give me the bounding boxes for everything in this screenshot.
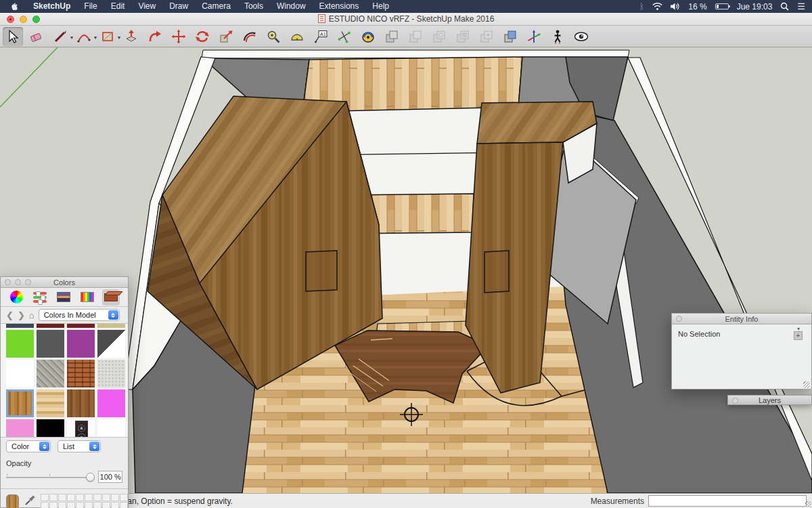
follow-me-tool[interactable]	[145, 27, 165, 46]
dropdown-caret-icon[interactable]: ▾	[70, 35, 73, 41]
recent-color-cell[interactable]	[41, 494, 49, 501]
paint-bucket-tool[interactable]	[358, 27, 378, 46]
color-library-dropdown[interactable]: Colors In Model	[39, 309, 120, 321]
component-tool-3[interactable]	[453, 27, 473, 46]
material-swatch-#ffffff[interactable]	[97, 419, 125, 438]
recent-color-cell[interactable]	[85, 494, 93, 501]
view-as-list-dropdown[interactable]: List	[58, 440, 101, 452]
recent-color-cell[interactable]	[120, 502, 128, 508]
material-swatch-#ffffff[interactable]	[6, 360, 34, 387]
material-swatch-stone[interactable]	[37, 360, 64, 387]
edit-component-tool[interactable]	[500, 27, 520, 46]
opacity-slider[interactable]	[6, 472, 93, 482]
material-swatch-speaker[interactable]	[67, 419, 95, 438]
measurements-input[interactable]	[648, 495, 807, 507]
entity-info-title-bar[interactable]: Entity Info	[672, 314, 811, 324]
material-swatch-darkwood[interactable]	[67, 389, 95, 417]
material-swatch-#575757[interactable]	[37, 330, 64, 358]
image-palettes-tab[interactable]	[55, 289, 72, 305]
notification-center-icon[interactable]: ☰	[797, 1, 805, 12]
crayons-tab[interactable]	[78, 289, 96, 305]
tape-measure-tool[interactable]	[263, 27, 284, 46]
swatch-partial[interactable]	[37, 324, 64, 328]
menu-sketchup[interactable]: SketchUp	[26, 0, 77, 13]
recent-color-cell[interactable]	[102, 502, 110, 508]
menu-draw[interactable]: Draw	[162, 0, 195, 13]
push-pull-tool[interactable]	[121, 27, 141, 46]
colors-panel-title-bar[interactable]: Colors	[1, 277, 128, 288]
menu-extensions[interactable]: Extensions	[313, 0, 366, 13]
select-tool[interactable]	[3, 27, 23, 46]
recent-color-cell[interactable]	[76, 494, 84, 501]
menu-camera[interactable]: Camera	[195, 0, 238, 13]
entity-info-resize-grip[interactable]	[803, 381, 810, 388]
rotate-tool[interactable]	[192, 27, 212, 46]
menu-help[interactable]: Help	[365, 0, 396, 13]
dropdown-caret-icon[interactable]: ▾	[118, 35, 120, 41]
forward-arrow-icon[interactable]: ❯	[18, 310, 25, 320]
menu-clock[interactable]: Jue 19:03	[737, 2, 773, 12]
protractor-tool[interactable]	[287, 27, 307, 46]
color-mode-dropdown[interactable]: Color	[6, 440, 51, 452]
material-swatch-parquet[interactable]	[37, 389, 64, 417]
recent-color-cell[interactable]	[85, 502, 93, 508]
eyedropper-icon[interactable]	[24, 495, 35, 508]
menu-edit[interactable]: Edit	[104, 0, 132, 13]
line-tool[interactable]: ▾	[50, 27, 70, 46]
material-swatch-#9a3d99[interactable]	[67, 330, 95, 358]
menu-file[interactable]: File	[77, 0, 104, 13]
material-swatch-#f090d8[interactable]	[6, 419, 34, 438]
back-arrow-icon[interactable]: ❮	[6, 310, 14, 320]
rectangle-tool[interactable]: ▾	[97, 27, 118, 46]
recent-color-cell[interactable]	[93, 494, 102, 501]
axes-tool[interactable]	[524, 27, 544, 46]
look-around-tool[interactable]	[571, 27, 591, 46]
move-tool[interactable]	[168, 27, 189, 46]
component-tool-2[interactable]	[429, 27, 449, 46]
material-swatch-speckle[interactable]	[97, 360, 125, 387]
layers-panel-bar[interactable]: Layers	[727, 395, 812, 405]
window-resize-grip[interactable]	[805, 501, 811, 507]
recent-color-cell[interactable]	[93, 502, 102, 508]
menu-window[interactable]: Window	[270, 0, 313, 13]
recent-color-cell[interactable]	[41, 502, 49, 508]
swatch-partial[interactable]	[67, 324, 95, 328]
volume-icon[interactable]	[671, 3, 680, 10]
dropdown-caret-icon[interactable]: ▾	[94, 35, 97, 41]
material-swatch-wood[interactable]	[6, 389, 34, 417]
swatch-partial[interactable]	[97, 324, 125, 328]
eraser-tool[interactable]	[26, 27, 47, 46]
recent-color-cell[interactable]	[111, 494, 119, 501]
entity-details-toggle[interactable]: ▾ +	[794, 327, 803, 340]
recent-color-cell[interactable]	[102, 494, 110, 501]
apple-menu-icon[interactable]	[9, 2, 18, 12]
color-wheel-tab[interactable]	[7, 289, 25, 305]
bluetooth-icon[interactable]: ᛒ	[639, 2, 644, 12]
swatch-partial[interactable]	[6, 324, 34, 328]
recent-color-cell[interactable]	[76, 502, 84, 508]
dimension-tool[interactable]	[334, 27, 355, 46]
recent-color-cell[interactable]	[67, 502, 75, 508]
offset-tool[interactable]	[240, 27, 260, 46]
material-swatch-#000000[interactable]	[37, 419, 64, 438]
component-tool-1[interactable]	[405, 27, 426, 46]
menu-view[interactable]: View	[131, 0, 162, 13]
spotlight-search-icon[interactable]	[780, 2, 789, 11]
recent-color-cell[interactable]	[67, 494, 75, 501]
brick-textures-tab[interactable]	[102, 289, 120, 305]
wifi-icon[interactable]	[652, 3, 662, 10]
component-tool-4[interactable]	[476, 27, 497, 46]
recent-color-cell[interactable]	[58, 494, 66, 501]
color-sliders-tab[interactable]	[31, 289, 49, 305]
text-tool[interactable]: A1	[311, 27, 331, 46]
recent-color-cell[interactable]	[111, 502, 119, 508]
arc-tool[interactable]: ▾	[74, 27, 94, 46]
current-color-well[interactable]	[6, 494, 19, 508]
opacity-value[interactable]: 100 %	[98, 471, 122, 483]
home-icon[interactable]: ⌂	[29, 310, 35, 320]
material-swatch-brick[interactable]	[67, 360, 95, 387]
make-component-tool[interactable]	[382, 27, 402, 46]
menu-tools[interactable]: Tools	[238, 0, 270, 13]
material-swatch-#ee5ff0[interactable]	[97, 389, 125, 417]
recent-color-cell[interactable]	[58, 502, 66, 508]
